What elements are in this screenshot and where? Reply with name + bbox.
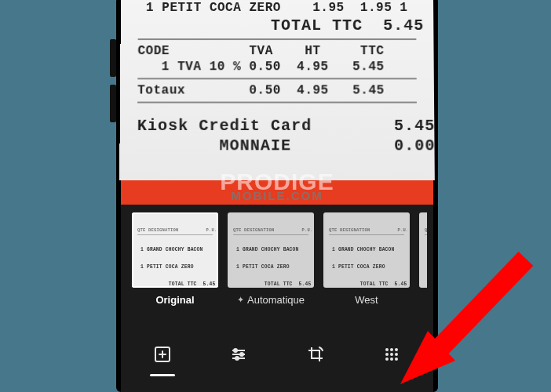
enhance-icon bbox=[153, 345, 172, 367]
svg-line-13 bbox=[428, 259, 526, 361]
crop-rotate-icon bbox=[306, 345, 325, 367]
filter-label-next[interactable] bbox=[419, 294, 438, 306]
svg-point-12 bbox=[395, 358, 398, 361]
svg-point-8 bbox=[390, 353, 393, 356]
filter-label-original[interactable]: Original bbox=[132, 294, 218, 306]
svg-point-4 bbox=[385, 348, 389, 351]
filter-thumb-original[interactable]: QTE DESIGNATION P.U. TOTAL T 1 GRAND CHO… bbox=[132, 212, 218, 288]
svg-point-11 bbox=[390, 358, 393, 361]
svg-point-6 bbox=[395, 348, 398, 351]
svg-point-10 bbox=[385, 358, 389, 361]
filter-label-west[interactable]: West bbox=[323, 294, 410, 306]
receipt-image: 1 PETIT COCA ZERO 1.95 1.95 1 TOTAL TTC … bbox=[119, 0, 435, 180]
receipt-tva: 1 TVA 10 % 0.50 4.95 5.45 bbox=[137, 59, 416, 74]
svg-point-5 bbox=[390, 348, 393, 351]
crop-button[interactable] bbox=[292, 340, 339, 372]
filter-thumb-next[interactable]: QTE DESIGNATION P.U. TOTAL T 1 GRAND CHO… bbox=[419, 212, 427, 288]
receipt-item: 1 PETIT COCA ZERO 1.95 1.95 1 bbox=[138, 0, 416, 16]
sparkle-icon: ✦ bbox=[237, 295, 244, 305]
filter-label-auto[interactable]: ✦ Automatique bbox=[228, 294, 314, 306]
watermark-line2: MOBILE.COM bbox=[121, 191, 433, 201]
photo-viewer[interactable]: 1 PETIT COCA ZERO 1.95 1.95 1 TOTAL TTC … bbox=[121, 0, 433, 205]
receipt-cc: Kiosk Credit Card 5.45 bbox=[137, 116, 417, 136]
bottom-toolbar bbox=[121, 326, 433, 392]
receipt-totaux: Totaux 0.50 4.95 5.45 bbox=[137, 82, 417, 98]
enhance-button[interactable] bbox=[139, 340, 186, 372]
svg-point-9 bbox=[395, 353, 398, 356]
sliders-icon bbox=[229, 345, 248, 367]
svg-point-7 bbox=[385, 353, 389, 356]
grid-icon bbox=[382, 345, 401, 367]
receipt-monnaie: MONNAIE 0.00 bbox=[137, 136, 418, 155]
app-screen: 1 PETIT COCA ZERO 1.95 1.95 1 TOTAL TTC … bbox=[121, 0, 433, 392]
receipt-header: CODE TVA HT TTC bbox=[137, 43, 416, 59]
filter-thumb-auto[interactable]: QTE DESIGNATION P.U. TOTAL T 1 GRAND CHO… bbox=[228, 212, 314, 288]
receipt-total: TOTAL TTC 5.45 bbox=[138, 16, 417, 35]
filter-strip: QTE DESIGNATION P.U. TOTAL T 1 GRAND CHO… bbox=[121, 205, 433, 326]
filter-thumb-west[interactable]: QTE DESIGNATION P.U. TOTAL T 1 GRAND CHO… bbox=[323, 212, 410, 288]
more-button[interactable] bbox=[368, 340, 415, 372]
tune-button[interactable] bbox=[215, 340, 262, 372]
phone-frame: 1 PETIT COCA ZERO 1.95 1.95 1 TOTAL TTC … bbox=[116, 0, 438, 392]
watermark: PRODIGE MOBILE.COM bbox=[121, 172, 433, 201]
